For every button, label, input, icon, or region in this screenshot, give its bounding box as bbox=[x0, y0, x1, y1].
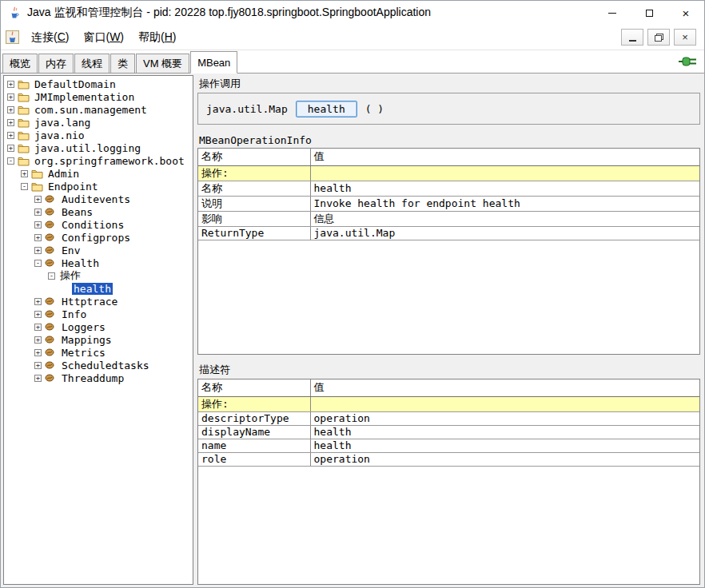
cell-name: descriptorType bbox=[198, 411, 310, 425]
expand-icon[interactable]: + bbox=[7, 132, 14, 139]
minimize-button[interactable] bbox=[594, 1, 631, 25]
tree-node-mappings[interactable]: +Mappings bbox=[4, 333, 193, 346]
tree-node-java-util-logging[interactable]: +java.util.logging bbox=[4, 141, 193, 154]
internal-minimize-button[interactable] bbox=[621, 29, 643, 46]
expand-icon[interactable]: + bbox=[21, 170, 28, 177]
tree-node-label: Loggers bbox=[60, 321, 107, 333]
expand-icon[interactable]: + bbox=[7, 106, 14, 113]
tree-node-java-nio[interactable]: +java.nio bbox=[4, 129, 193, 141]
tab-memory[interactable]: 内存 bbox=[38, 54, 74, 73]
expand-icon[interactable]: + bbox=[7, 81, 14, 88]
bean-icon bbox=[45, 322, 58, 332]
tree-node-scheduledtasks[interactable]: +Scheduledtasks bbox=[4, 359, 193, 371]
tab-overview[interactable]: 概览 bbox=[2, 54, 38, 73]
descriptor-column-header[interactable]: 名称 bbox=[198, 379, 310, 396]
tree-node-admin[interactable]: +Admin bbox=[4, 167, 193, 180]
operation-invocation-box: java.util.Map health ( ) bbox=[197, 93, 700, 125]
cell-value: Invoke health for endpoint health bbox=[310, 196, 699, 211]
collapse-icon[interactable]: - bbox=[7, 157, 14, 165]
operation-info-row[interactable]: ReturnTypejava.util.Map bbox=[198, 226, 699, 240]
tree-node-env[interactable]: +Env bbox=[4, 244, 193, 256]
internal-restore-button[interactable] bbox=[647, 29, 670, 46]
close-button[interactable]: × bbox=[667, 1, 704, 25]
tree-node-label: DefaultDomain bbox=[33, 78, 118, 90]
operation-invocation-title: 操作调用 bbox=[199, 77, 700, 91]
group-row-label: 操作: bbox=[198, 165, 310, 181]
folder-icon bbox=[18, 156, 30, 166]
expand-icon[interactable]: + bbox=[7, 93, 14, 101]
jconsole-window: Java 监视和管理控制台 - pid: 20228 top.fjy8018.s… bbox=[0, 0, 705, 588]
menu-connection[interactable]: 连接(C) bbox=[24, 27, 76, 48]
tree-node-item-15[interactable]: -操作 bbox=[4, 269, 193, 282]
internal-close-button[interactable]: × bbox=[674, 29, 696, 46]
expand-icon[interactable]: + bbox=[34, 324, 42, 331]
expand-icon[interactable]: + bbox=[34, 234, 42, 241]
expand-icon[interactable]: + bbox=[34, 375, 42, 382]
tree-node-health[interactable]: health bbox=[4, 282, 193, 295]
tree-node-auditevents[interactable]: +Auditevents bbox=[4, 193, 193, 205]
tree-node-jmimplementation[interactable]: +JMImplementation bbox=[4, 90, 193, 103]
tab-threads[interactable]: 线程 bbox=[74, 54, 110, 73]
descriptor-group-row[interactable]: 操作: bbox=[198, 396, 699, 411]
operation-info-row[interactable]: 名称health bbox=[198, 181, 699, 196]
operation-info-column-header[interactable]: 名称 bbox=[198, 149, 310, 165]
operation-info-row[interactable]: 影响信息 bbox=[198, 211, 699, 226]
operation-info-row[interactable]: 说明Invoke health for endpoint health bbox=[198, 196, 699, 211]
tree-node-java-lang[interactable]: +java.lang bbox=[4, 116, 193, 129]
expand-icon[interactable]: + bbox=[34, 247, 42, 254]
mbean-detail-panel: 操作调用 java.util.Map health ( ) MBeanOpera… bbox=[196, 75, 702, 585]
expand-icon[interactable]: + bbox=[34, 221, 42, 228]
tree-node-com-sun-management[interactable]: +com.sun.management bbox=[4, 103, 193, 116]
expand-icon[interactable]: + bbox=[34, 298, 42, 305]
health-invoke-button[interactable]: health bbox=[296, 101, 357, 117]
tree-node-org-springframework-boot[interactable]: -org.springframework.boot bbox=[4, 154, 193, 167]
expand-icon[interactable]: + bbox=[34, 196, 42, 203]
expand-icon[interactable]: + bbox=[34, 336, 42, 344]
tree-node-configprops[interactable]: +Configprops bbox=[4, 231, 193, 244]
descriptor-table: 名称值操作:descriptorTypeoperationdisplayName… bbox=[198, 379, 699, 467]
window-controls: × bbox=[594, 1, 704, 25]
expand-icon[interactable]: + bbox=[34, 311, 42, 318]
collapse-icon[interactable]: - bbox=[21, 183, 28, 190]
internal-close-icon: × bbox=[682, 32, 688, 42]
descriptor-row[interactable]: descriptorTypeoperation bbox=[198, 411, 699, 425]
expand-icon[interactable]: + bbox=[7, 119, 14, 126]
folder-icon bbox=[18, 79, 30, 89]
tree-node-label: java.nio bbox=[33, 129, 86, 141]
tab-classes[interactable]: 类 bbox=[110, 54, 135, 73]
expand-icon[interactable]: + bbox=[34, 362, 42, 369]
menu-help[interactable]: 帮助(H) bbox=[131, 27, 183, 48]
tree-node-info[interactable]: +Info bbox=[4, 308, 193, 320]
menubar: 连接(C)窗口(W)帮助(H) × bbox=[1, 25, 704, 50]
tab-mbeans[interactable]: MBean bbox=[190, 51, 237, 74]
bean-icon bbox=[45, 220, 58, 229]
folder-icon bbox=[18, 105, 30, 115]
expand-icon[interactable]: + bbox=[7, 145, 14, 152]
tree-node-httptrace[interactable]: +Httptrace bbox=[4, 295, 193, 308]
operation-info-group-row[interactable]: 操作: bbox=[198, 165, 699, 181]
tree-node-loggers[interactable]: +Loggers bbox=[4, 320, 193, 333]
descriptor-row[interactable]: namehealth bbox=[198, 439, 699, 452]
group-row-filler bbox=[310, 165, 699, 181]
descriptor-row[interactable]: roleoperation bbox=[198, 452, 699, 466]
collapse-icon[interactable]: - bbox=[34, 260, 42, 267]
tree-node-label: Httptrace bbox=[60, 296, 119, 308]
tab-vm-summary[interactable]: VM 概要 bbox=[136, 54, 189, 73]
collapse-icon[interactable]: - bbox=[48, 272, 55, 280]
tree-node-threaddump[interactable]: +Threaddump bbox=[4, 371, 193, 384]
expand-icon[interactable]: + bbox=[34, 349, 42, 356]
menu-window[interactable]: 窗口(W) bbox=[76, 27, 131, 48]
bean-icon bbox=[45, 373, 58, 383]
tree-node-beans[interactable]: +Beans bbox=[4, 205, 193, 218]
expand-icon[interactable]: + bbox=[34, 209, 42, 216]
tree-node-metrics[interactable]: +Metrics bbox=[4, 346, 193, 359]
operation-args: ( ) bbox=[365, 103, 384, 115]
descriptor-column-header[interactable]: 值 bbox=[310, 379, 699, 396]
tree-node-health[interactable]: -Health bbox=[4, 256, 193, 269]
maximize-button[interactable] bbox=[631, 1, 667, 25]
descriptor-row[interactable]: displayNamehealth bbox=[198, 425, 699, 439]
tree-node-endpoint[interactable]: -Endpoint bbox=[4, 180, 193, 193]
tree-node-conditions[interactable]: +Conditions bbox=[4, 218, 193, 231]
operation-info-column-header[interactable]: 值 bbox=[310, 149, 699, 165]
tree-node-defaultdomain[interactable]: +DefaultDomain bbox=[4, 77, 193, 90]
